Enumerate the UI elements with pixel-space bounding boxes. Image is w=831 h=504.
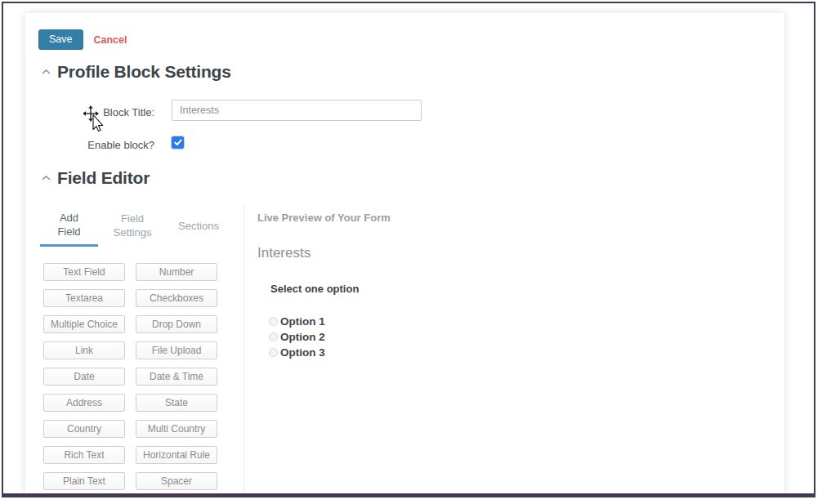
field-type-button-textarea[interactable]: Textarea [43,289,125,307]
field-type-button-state[interactable]: State [136,394,217,412]
settings-panel: Save Cancel Profile Block Settings Block… [25,13,784,493]
field-type-button-country[interactable]: Country [43,420,125,438]
option-label: Option 1 [280,315,325,328]
save-button[interactable]: Save [38,29,83,50]
field-type-button-horizontal-rule[interactable]: Horizontal Rule [136,446,217,464]
enable-block-checkbox[interactable] [172,136,184,149]
field-type-button-checkboxes[interactable]: Checkboxes [136,289,217,307]
radio-option-2[interactable]: Option 2 [269,329,784,345]
chevron-up-icon[interactable] [42,69,51,75]
tab-label: Add Field [53,211,86,239]
tab-field-settings[interactable]: Field Settings [98,204,167,247]
field-type-button-spacer[interactable]: Spacer [136,472,217,490]
field-editor-title: Field Editor [57,168,150,188]
field-type-button-rich-text[interactable]: Rich Text [43,446,125,464]
field-editor-tabs: Add Field Field Settings Sections [40,204,243,247]
chevron-up-icon[interactable] [42,175,51,181]
profile-section-title: Profile Block Settings [57,62,231,82]
block-title-input[interactable] [172,100,422,121]
tab-sections[interactable]: Sections [167,204,230,247]
field-type-button-number[interactable]: Number [136,263,217,281]
preview-options-list: Option 1 Option 2 Option 3 [269,314,784,360]
field-type-button-file-upload[interactable]: File Upload [136,341,217,359]
field-type-button-multiple-choice[interactable]: Multiple Choice [43,315,125,333]
field-type-button-grid: Text Field Number Textarea Checkboxes Mu… [43,263,243,490]
field-editor-left-pane: Add Field Field Settings Sections Text F… [25,204,243,493]
check-icon [174,139,182,146]
option-label: Option 3 [280,346,325,359]
tab-label: Field Settings [108,212,157,239]
tab-label: Sections [178,219,219,233]
preview-block-title: Interests [257,245,784,261]
block-title-label: Block Title: [25,106,154,118]
field-type-button-date-time[interactable]: Date & Time [136,368,217,386]
field-type-button-plain-text[interactable]: Plain Text [43,472,125,490]
field-type-button-address[interactable]: Address [43,394,125,412]
radio-circle-icon [269,317,278,326]
live-preview-heading: Live Preview of Your Form [257,212,784,224]
field-editor-body: Add Field Field Settings Sections Text F… [25,204,784,493]
enable-block-label: Enable block? [25,139,154,151]
field-type-button-multi-country[interactable]: Multi Country [136,420,217,438]
tab-add-field[interactable]: Add Field [40,204,98,247]
radio-option-1[interactable]: Option 1 [269,314,784,329]
field-type-button-text-field[interactable]: Text Field [43,263,125,281]
preview-question-label: Select one option [270,283,784,295]
radio-option-3[interactable]: Option 3 [269,345,784,360]
field-editor-header: Field Editor [42,168,150,188]
field-type-button-link[interactable]: Link [43,341,125,359]
radio-circle-icon [269,332,278,341]
profile-section-header: Profile Block Settings [42,62,231,82]
screenshot-root: Save Cancel Profile Block Settings Block… [0,0,831,504]
live-preview-pane: Live Preview of Your Form Interests Sele… [243,204,784,493]
cancel-button[interactable]: Cancel [94,34,127,46]
field-type-button-date[interactable]: Date [43,368,125,386]
option-label: Option 2 [280,331,325,343]
field-type-button-drop-down[interactable]: Drop Down [136,315,217,333]
radio-circle-icon [269,348,278,357]
toolbar: Save Cancel [38,29,127,50]
